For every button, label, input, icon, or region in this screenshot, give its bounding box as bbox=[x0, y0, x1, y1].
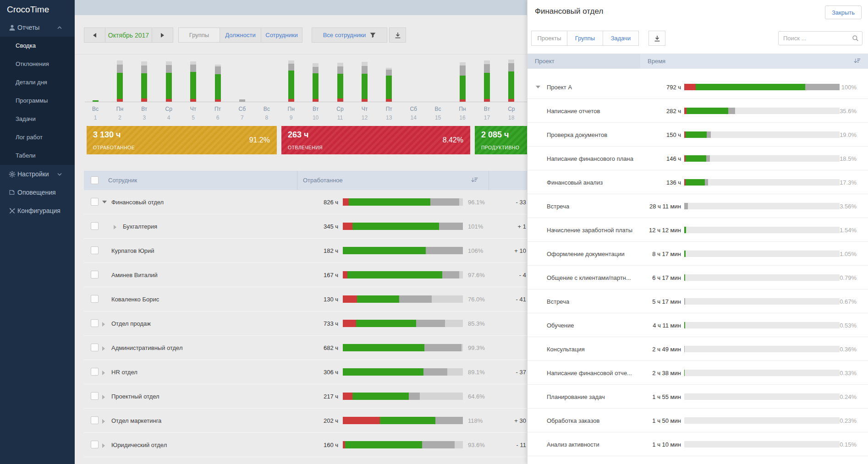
project-row[interactable]: Написание финансового плана146 ч18.5% bbox=[527, 147, 868, 170]
details-panel: Финансовый отдел Закрыть ПроектыГруппыЗа… bbox=[527, 0, 868, 464]
collapse-arrow-icon[interactable] bbox=[536, 86, 540, 88]
project-name: Анализ активности bbox=[547, 441, 599, 448]
row-checkbox[interactable] bbox=[91, 392, 99, 400]
project-time: 2 ч 38 мин bbox=[615, 370, 681, 377]
row-checkbox[interactable] bbox=[91, 295, 99, 303]
project-row[interactable]: Общение с клиентами/партн...6 ч 17 мин0.… bbox=[527, 266, 868, 289]
project-row[interactable]: Обучение4 ч 11 мин0.53% bbox=[527, 313, 868, 337]
row-checkbox[interactable] bbox=[91, 344, 99, 351]
expand-arrow-icon[interactable] bbox=[102, 395, 105, 399]
sidebar-item-0-3[interactable]: Программы bbox=[0, 92, 75, 110]
row-checkbox[interactable] bbox=[91, 368, 99, 376]
prev-period-button[interactable] bbox=[84, 27, 105, 43]
project-row[interactable]: Консультация2 ч 49 мин0.36% bbox=[527, 337, 868, 361]
expand-arrow-icon[interactable] bbox=[102, 419, 105, 424]
project-row[interactable]: Проверка документов150 ч19.0% bbox=[527, 123, 868, 147]
project-row[interactable]: Написание финансовой отче...2 ч 38 мин0.… bbox=[527, 361, 868, 385]
kpi-distractions-card[interactable]: 263 чОТВЛЕЧЕНИЯ8.42% bbox=[281, 126, 470, 154]
column-header-employee[interactable]: Сотрудник bbox=[108, 177, 137, 184]
weekday-label: Вт bbox=[134, 106, 154, 112]
panel-tab-1[interactable]: Группы bbox=[567, 31, 603, 46]
day-number-label: 14 bbox=[403, 115, 423, 121]
bar-segment-red bbox=[684, 84, 696, 90]
bar-segment-gray bbox=[684, 298, 685, 305]
column-header-worked[interactable]: Отработанное bbox=[303, 177, 343, 184]
sidebar-section-0[interactable]: Отчеты bbox=[0, 18, 75, 37]
expand-arrow-icon[interactable] bbox=[102, 371, 105, 375]
column-header-time[interactable]: Время bbox=[648, 58, 665, 65]
next-period-button[interactable] bbox=[152, 27, 173, 43]
expand-arrow-icon[interactable] bbox=[102, 443, 105, 448]
project-row[interactable]: Написание отчетов282 ч35.6% bbox=[527, 99, 868, 123]
chevron-up-icon bbox=[57, 26, 62, 29]
project-row[interactable]: Планирование задач1 ч 55 мин0.24% bbox=[527, 385, 868, 409]
panel-column-time bbox=[640, 54, 868, 69]
sidebar-section-1[interactable]: Настройки bbox=[0, 165, 75, 183]
sort-descending-icon[interactable] bbox=[471, 177, 478, 183]
sidebar-item-0-1[interactable]: Отклонения bbox=[0, 55, 75, 73]
sidebar-section-2[interactable]: Оповещения bbox=[0, 183, 75, 202]
project-row[interactable]: Обработка заказов1 ч 50 мин0.23% bbox=[527, 409, 868, 432]
chart-day-label: Вт3 bbox=[134, 106, 154, 121]
view-tab-1[interactable]: Должности bbox=[220, 27, 261, 43]
chart-segment-green bbox=[337, 74, 343, 98]
project-bar bbox=[684, 131, 840, 138]
project-percent: 17.3% bbox=[825, 179, 857, 186]
row-checkbox[interactable] bbox=[91, 416, 99, 424]
panel-tab-2[interactable]: Задачи bbox=[603, 31, 639, 46]
view-tab-0[interactable]: Группы bbox=[178, 27, 220, 43]
close-button[interactable]: Закрыть bbox=[825, 5, 862, 19]
worked-hours: 202 ч bbox=[276, 417, 338, 424]
project-percent: 1.54% bbox=[825, 227, 857, 234]
project-percent: 0.67% bbox=[825, 298, 857, 305]
project-row[interactable]: Оформление документации8 ч 17 мин1.05% bbox=[527, 242, 868, 266]
view-tab-2[interactable]: Сотрудники bbox=[261, 27, 302, 43]
project-bar bbox=[684, 251, 840, 257]
column-header-project[interactable]: Проект bbox=[535, 58, 555, 65]
period-button[interactable]: Октябрь 2017 bbox=[105, 27, 152, 43]
project-row[interactable]: Анализ активности1 ч 10 мин0.15% bbox=[527, 432, 868, 456]
chart-bar-day-6 bbox=[215, 65, 221, 102]
row-checkbox[interactable] bbox=[91, 319, 99, 327]
project-percent: 1.05% bbox=[825, 251, 857, 257]
sidebar-item-0-6[interactable]: Табели bbox=[0, 147, 75, 165]
weekday-label: Ср bbox=[159, 106, 179, 112]
project-row[interactable]: Подготовка отчетов46 мин0.10% bbox=[527, 456, 868, 464]
panel-tab-0[interactable]: Проекты bbox=[531, 31, 567, 46]
collapse-arrow-icon[interactable] bbox=[102, 201, 107, 203]
row-checkbox[interactable] bbox=[91, 246, 99, 254]
project-row[interactable]: Начисление заработной платы12 ч 12 мин1.… bbox=[527, 218, 868, 242]
row-checkbox[interactable] bbox=[91, 198, 99, 206]
project-row[interactable]: Встреча28 ч 11 мин3.56% bbox=[527, 194, 868, 218]
expand-arrow-icon[interactable] bbox=[102, 322, 105, 327]
expand-arrow-icon[interactable] bbox=[114, 225, 116, 229]
row-checkbox[interactable] bbox=[91, 222, 99, 230]
bar-segment-green bbox=[686, 179, 705, 186]
sidebar-item-0-2[interactable]: Детали дня bbox=[0, 73, 75, 92]
select-all-checkbox[interactable] bbox=[91, 176, 99, 184]
sidebar-item-0-5[interactable]: Лог работ bbox=[0, 128, 75, 147]
project-row[interactable]: Проект А792 ч100% bbox=[527, 75, 868, 99]
project-row[interactable]: Финансовый анализ136 ч17.3% bbox=[527, 170, 868, 194]
left-arrow-icon bbox=[93, 33, 96, 38]
row-checkbox[interactable] bbox=[91, 441, 99, 448]
sort-descending-icon[interactable] bbox=[854, 58, 861, 64]
worked-hours: 733 ч bbox=[276, 320, 338, 327]
row-checkbox[interactable] bbox=[91, 271, 99, 278]
sidebar-item-0-0[interactable]: Сводка bbox=[0, 37, 75, 55]
export-button[interactable] bbox=[389, 27, 406, 43]
expand-arrow-icon[interactable] bbox=[102, 346, 105, 351]
bar-segment-green bbox=[347, 271, 442, 278]
search-input[interactable] bbox=[778, 31, 863, 45]
sidebar-section-3[interactable]: Конфигурация bbox=[0, 202, 75, 220]
panel-export-button[interactable] bbox=[648, 31, 665, 46]
day-number-label: 15 bbox=[428, 115, 448, 121]
sidebar-item-0-4[interactable]: Задачи bbox=[0, 110, 75, 128]
kpi-worked-card[interactable]: 3 130 чОТРАБОТАННОЕ91.2% bbox=[87, 126, 277, 154]
worked-bar bbox=[343, 198, 463, 206]
project-percent: 0.33% bbox=[825, 370, 857, 377]
bar-segment-green bbox=[349, 198, 430, 206]
deviation-value: - 41 bbox=[483, 296, 526, 303]
project-row[interactable]: Встреча5 ч 17 мин0.67% bbox=[527, 289, 868, 313]
employee-filter-button[interactable]: Все сотрудники bbox=[312, 27, 387, 43]
